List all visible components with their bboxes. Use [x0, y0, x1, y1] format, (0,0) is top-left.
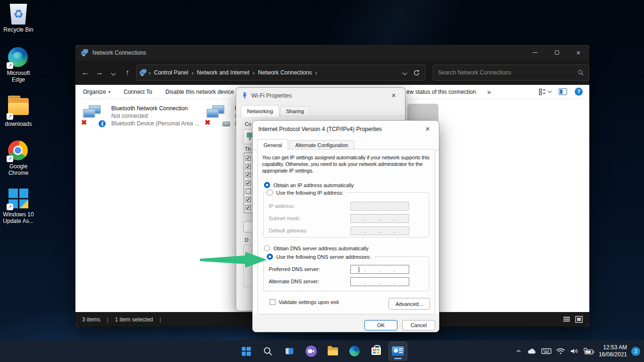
wifi-icon[interactable] [556, 347, 565, 355]
task-view-button[interactable] [280, 342, 299, 361]
divider: | [107, 316, 108, 323]
clock[interactable]: 12:53 AM 16/08/2021 [599, 344, 627, 358]
onedrive-cloud-icon[interactable] [527, 347, 537, 355]
validate-checkbox-row[interactable]: Validate settings upon exit [270, 299, 339, 305]
breadcrumb-item-network-connections[interactable]: Network Connections [256, 69, 314, 76]
minimize-icon [533, 52, 537, 53]
checkbox-checked[interactable]: ✓ [246, 156, 251, 161]
checkbox-unchecked[interactable] [270, 299, 275, 305]
shortcut-arrow-icon: ↗ [7, 156, 13, 162]
ip-address-field[interactable]: ... [350, 202, 409, 211]
clock-time: 12:53 AM [599, 344, 627, 351]
refresh-icon[interactable] [413, 69, 420, 76]
default-gateway-label: Default gateway: [269, 228, 307, 233]
subnet-mask-label: Subnet mask: [269, 215, 300, 221]
desktop-icon-windows10-update[interactable]: ↗ Windows 10 Update As... [0, 189, 37, 224]
edge-button[interactable] [345, 342, 364, 361]
icons-view-button[interactable] [575, 316, 583, 323]
disable-device-button[interactable]: Disable this network device [165, 89, 234, 95]
clock-date: 16/08/2021 [599, 351, 627, 358]
breadcrumb-separator: › [190, 69, 195, 76]
preview-pane-icon[interactable] [559, 88, 567, 95]
alternate-dns-field[interactable]: ... [350, 277, 409, 286]
disconnected-x-icon: ✖ [81, 118, 87, 127]
chat-icon [305, 346, 317, 357]
checkbox-checked[interactable]: ✓ [246, 172, 251, 177]
breadcrumb-item-control-panel[interactable]: Control Panel [152, 69, 190, 76]
back-button[interactable]: ← [78, 68, 92, 77]
checkbox-unchecked[interactable] [246, 189, 251, 194]
organize-button[interactable]: Organize ▾ [83, 89, 110, 95]
radio-use-ip[interactable]: Use the following IP address: [267, 189, 346, 196]
connection-name: Bluetooth Network Connection [111, 105, 199, 112]
bluetooth-icon [99, 120, 106, 127]
tab-sharing[interactable]: Sharing [280, 106, 310, 116]
minimize-button[interactable] [524, 45, 546, 60]
chat-button[interactable] [302, 342, 321, 361]
desktop-icon-label: Recycle Bin [0, 26, 37, 33]
connect-to-button[interactable]: Connect To [124, 89, 152, 95]
checkbox-checked[interactable]: ✓ [246, 181, 251, 186]
desktop-icon-label: Google Chrome [0, 163, 37, 176]
checkbox-checked[interactable]: ✓ [246, 164, 251, 169]
view-mode-button[interactable] [539, 88, 551, 95]
radio-use-dns[interactable]: Use the following DNS server addresses: [267, 254, 374, 260]
dialog-title-bar[interactable]: Internet Protocol Version 4 (TCP/IPv4) P… [253, 121, 439, 138]
subnet-mask-field[interactable]: ... [350, 214, 409, 223]
ethernet-plug-icon [223, 122, 230, 126]
breadcrumb-item-network-and-internet[interactable]: Network and Internet [195, 69, 251, 76]
radio-obtain-dns[interactable]: Obtain DNS server address automatically [264, 245, 372, 251]
dialog-title: Internet Protocol Version 4 (TCP/IPv4) P… [258, 126, 382, 132]
view-status-button[interactable]: ew status of this connection [406, 89, 476, 95]
details-view-button[interactable] [563, 316, 570, 323]
items-count: 3 items [82, 316, 100, 323]
default-gateway-field[interactable]: ... [350, 226, 409, 235]
up-button[interactable]: ↑ [120, 68, 134, 77]
preferred-dns-field[interactable]: ... [350, 265, 409, 274]
tab-general[interactable]: General [257, 139, 288, 150]
radio-obtain-ip[interactable]: Obtain an IP address automatically [264, 182, 356, 188]
touch-keyboard-icon[interactable] [541, 347, 552, 355]
volume-icon[interactable] [570, 347, 579, 355]
connection-item-bluetooth[interactable]: ✖ Bluetooth Network Connection Not conne… [82, 104, 202, 127]
checkbox-checked[interactable]: ✓ [246, 197, 251, 202]
intro-text: You can get IP settings assigned automat… [262, 154, 434, 174]
store-button[interactable] [367, 342, 386, 361]
desktop-icon-edge[interactable]: ↗ Microsoft Edge [0, 47, 37, 83]
dialog-title-bar[interactable]: Wi-Fi Properties × [236, 88, 405, 104]
alternate-dns-label: Alternate DNS server: [269, 279, 319, 284]
search-input[interactable] [438, 69, 578, 76]
file-explorer-button[interactable] [323, 342, 342, 361]
maximize-button[interactable] [546, 45, 568, 60]
toolbar-overflow-button[interactable]: » [487, 88, 491, 96]
close-button[interactable]: × [568, 45, 589, 60]
tab-networking[interactable]: Networking [241, 105, 279, 116]
desktop-icon-downloads[interactable]: ↗ downloads [0, 96, 37, 127]
tray-chevron-up-icon[interactable] [515, 347, 522, 355]
close-button[interactable]: × [388, 91, 399, 100]
notification-badge[interactable]: 2 [631, 347, 640, 356]
close-button[interactable]: × [422, 125, 433, 133]
address-dropdown-icon[interactable] [403, 70, 407, 75]
breadcrumb[interactable]: › Control Panel › Network and Internet ›… [136, 65, 425, 81]
cancel-button[interactable]: Cancel [402, 320, 435, 330]
desktop-icon-recycle-bin[interactable]: ♻ Recycle Bin [0, 4, 37, 33]
text-cursor [359, 267, 359, 272]
title-bar[interactable]: Network Connections × [75, 45, 589, 60]
advanced-button[interactable]: Advanced... [388, 298, 430, 310]
checkbox-checked[interactable]: ✓ [246, 205, 251, 210]
battery-charging-icon[interactable] [583, 347, 594, 355]
search-box[interactable] [433, 65, 589, 81]
shortcut-arrow-icon: ↗ [7, 113, 13, 120]
forward-button[interactable]: → [92, 68, 107, 77]
view-mode-icon [539, 88, 546, 95]
search-button[interactable] [258, 342, 277, 361]
recent-locations-button[interactable] [107, 68, 121, 77]
start-button[interactable] [237, 342, 256, 361]
desktop-icon-chrome[interactable]: ↗ Google Chrome [0, 140, 37, 176]
search-icon [263, 346, 273, 356]
control-panel-icon [392, 346, 404, 356]
ok-button[interactable]: OK [364, 320, 397, 330]
control-panel-button-active[interactable] [388, 342, 407, 361]
help-button[interactable]: ? [575, 88, 583, 96]
